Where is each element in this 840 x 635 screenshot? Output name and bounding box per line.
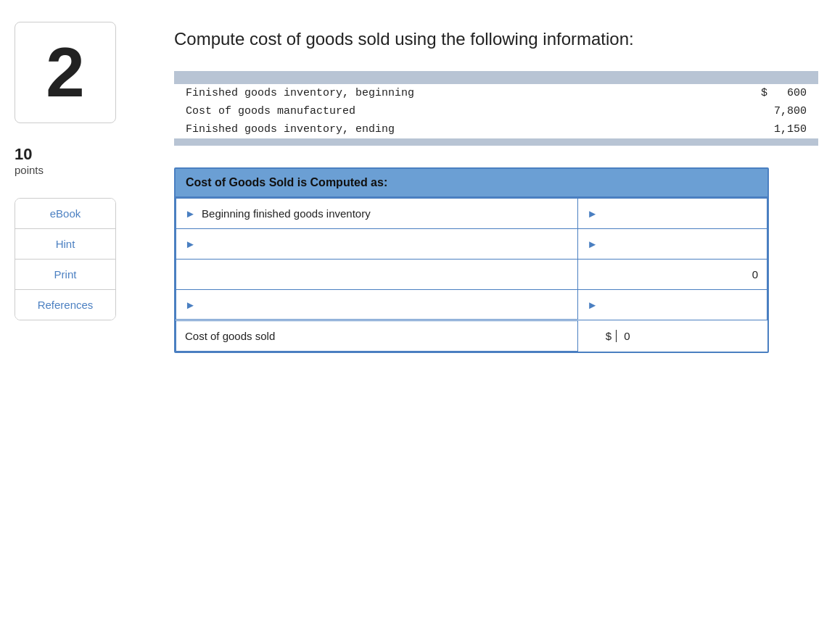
- computed-row-3: 0: [176, 260, 767, 290]
- info-table: Finished goods inventory, beginning $ 60…: [174, 71, 818, 146]
- computed-table-header: Cost of Goods Sold is Computed as:: [176, 169, 767, 198]
- question-number: 2: [46, 38, 84, 107]
- question-number-box: 2: [15, 22, 116, 123]
- sidebar-item-ebook[interactable]: eBook: [15, 199, 115, 229]
- sidebar-item-print[interactable]: Print: [15, 260, 115, 290]
- computed-final-row: Cost of goods sold $ 0: [176, 320, 767, 352]
- info-table-wrapper: Finished goods inventory, beginning $ 60…: [174, 71, 818, 146]
- final-label-text: Cost of goods sold: [185, 330, 275, 342]
- info-value-2: 7,800: [680, 102, 818, 120]
- points-section: 10 points: [15, 145, 44, 176]
- info-row-3: Finished goods inventory, ending 1,150: [174, 120, 818, 138]
- question-header: Compute cost of goods sold using the fol…: [174, 22, 818, 49]
- arrow-icon-v2: ►: [587, 238, 598, 250]
- computed-label-1: ► Beginning finished goods inventory: [176, 199, 578, 229]
- computed-value-4[interactable]: ►: [578, 290, 767, 320]
- points-label: points: [15, 164, 44, 176]
- info-label-3: Finished goods inventory, ending: [174, 120, 680, 138]
- info-value-3: 1,150: [680, 120, 818, 138]
- arrow-icon-v4: ►: [587, 299, 598, 311]
- info-label-1: Finished goods inventory, beginning: [174, 84, 680, 102]
- info-label-2: Cost of goods manufactured: [174, 102, 680, 120]
- computed-value-1[interactable]: ►: [578, 199, 767, 229]
- final-dollar-sign: $: [606, 330, 617, 342]
- arrow-icon-4: ►: [185, 299, 196, 311]
- info-row-2: Cost of goods manufactured 7,800: [174, 102, 818, 120]
- computed-value-text-3: 0: [752, 268, 758, 281]
- final-value-cell: $ 0: [578, 320, 638, 351]
- computed-table: ► Beginning finished goods inventory ► ►…: [176, 198, 767, 352]
- arrow-icon-1: ►: [185, 207, 196, 220]
- sidebar-item-hint[interactable]: Hint: [15, 229, 115, 260]
- computed-value-2[interactable]: ►: [578, 229, 767, 260]
- sidebar-item-references[interactable]: References: [15, 290, 115, 320]
- computed-row-1: ► Beginning finished goods inventory ►: [176, 199, 767, 229]
- final-label: Cost of goods sold: [176, 320, 578, 352]
- info-value-1: $ 600: [680, 84, 818, 102]
- computed-label-text-1: Beginning finished goods inventory: [202, 207, 371, 220]
- computed-row-2: ► ►: [176, 229, 767, 260]
- arrow-icon-v1: ►: [587, 207, 598, 220]
- computed-label-2[interactable]: ►: [176, 229, 578, 260]
- final-value: 0: [624, 330, 630, 342]
- computed-label-4[interactable]: ►: [176, 290, 578, 320]
- sidebar: 2 10 points eBook Hint Print References: [15, 22, 160, 353]
- computed-value-3[interactable]: 0: [578, 260, 767, 290]
- computed-table-wrapper: Cost of Goods Sold is Computed as: ► Beg…: [174, 167, 769, 353]
- points-number: 10: [15, 145, 44, 164]
- sidebar-nav: eBook Hint Print References: [15, 198, 116, 320]
- info-row-1: Finished goods inventory, beginning $ 60…: [174, 84, 818, 102]
- arrow-icon-2: ►: [185, 238, 196, 250]
- computed-row-4: ► ►: [176, 290, 767, 320]
- computed-label-3[interactable]: [176, 260, 578, 290]
- main-content: Compute cost of goods sold using the fol…: [174, 22, 818, 353]
